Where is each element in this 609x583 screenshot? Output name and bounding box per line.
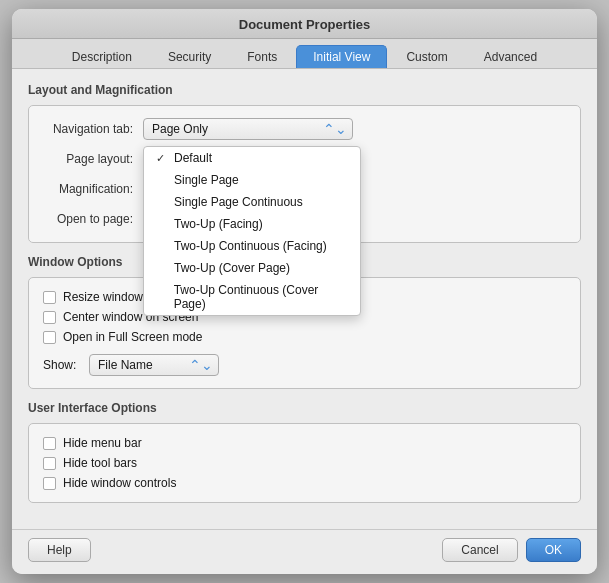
action-buttons: Cancel OK xyxy=(442,538,581,562)
dialog-window: Document Properties Description Security… xyxy=(12,9,597,574)
dropdown-option-two-up-cover[interactable]: Two-Up (Cover Page) xyxy=(144,257,360,279)
resize-window-checkbox[interactable] xyxy=(43,291,56,304)
navigation-tab-select-wrapper: Page Only ⌃⌄ xyxy=(143,118,353,140)
navigation-tab-label: Navigation tab: xyxy=(43,122,143,136)
hide-window-controls-checkbox[interactable] xyxy=(43,477,56,490)
show-select-wrapper: File Name ⌃⌄ xyxy=(89,354,219,376)
layout-section-title: Layout and Magnification xyxy=(28,83,581,97)
full-screen-label: Open in Full Screen mode xyxy=(63,330,202,344)
tab-custom[interactable]: Custom xyxy=(389,45,464,68)
navigation-tab-select[interactable]: Page Only xyxy=(143,118,353,140)
layout-section: Navigation tab: Page Only ⌃⌄ Page layout… xyxy=(28,105,581,243)
ok-button[interactable]: OK xyxy=(526,538,581,562)
hide-toolbars-checkbox[interactable] xyxy=(43,457,56,470)
open-to-page-label: Open to page: xyxy=(43,212,143,226)
full-screen-checkbox[interactable] xyxy=(43,331,56,344)
tab-bar: Description Security Fonts Initial View … xyxy=(12,39,597,69)
page-layout-label: Page layout: xyxy=(43,152,143,166)
ui-section-title: User Interface Options xyxy=(28,401,581,415)
main-content: Layout and Magnification Navigation tab:… xyxy=(12,69,597,529)
show-select[interactable]: File Name xyxy=(89,354,219,376)
dropdown-option-single-page-continuous[interactable]: Single Page Continuous xyxy=(144,191,360,213)
bottom-bar: Help Cancel OK xyxy=(12,529,597,574)
hide-toolbars-row: Hide tool bars xyxy=(43,456,566,470)
hide-menu-label: Hide menu bar xyxy=(63,436,142,450)
tab-fonts[interactable]: Fonts xyxy=(230,45,294,68)
hide-menu-row: Hide menu bar xyxy=(43,436,566,450)
tab-security[interactable]: Security xyxy=(151,45,228,68)
hide-menu-checkbox[interactable] xyxy=(43,437,56,450)
dropdown-option-two-up-continuous-cover[interactable]: Two-Up Continuous (Cover Page) xyxy=(144,279,360,315)
tab-description[interactable]: Description xyxy=(55,45,149,68)
dropdown-option-single-page[interactable]: Single Page xyxy=(144,169,360,191)
titlebar: Document Properties xyxy=(12,9,597,39)
navigation-tab-row: Navigation tab: Page Only ⌃⌄ xyxy=(43,118,566,140)
dropdown-option-default[interactable]: ✓ Default xyxy=(144,147,360,169)
tab-initial-view[interactable]: Initial View xyxy=(296,45,387,68)
page-layout-dropdown: ✓ Default Single Page Single Page Contin… xyxy=(143,146,361,316)
tab-advanced[interactable]: Advanced xyxy=(467,45,554,68)
hide-window-controls-row: Hide window controls xyxy=(43,476,566,490)
dropdown-option-two-up-facing[interactable]: Two-Up (Facing) xyxy=(144,213,360,235)
page-layout-row: Page layout: Default ⌃⌄ ✓ Default Si xyxy=(43,148,566,170)
cancel-button[interactable]: Cancel xyxy=(442,538,517,562)
dialog-title: Document Properties xyxy=(239,17,370,32)
ui-section: Hide menu bar Hide tool bars Hide window… xyxy=(28,423,581,503)
show-label: Show: xyxy=(43,358,81,372)
center-window-checkbox[interactable] xyxy=(43,311,56,324)
full-screen-row: Open in Full Screen mode xyxy=(43,330,566,344)
dropdown-option-two-up-continuous-facing[interactable]: Two-Up Continuous (Facing) xyxy=(144,235,360,257)
checkmark-icon: ✓ xyxy=(156,152,168,165)
show-row: Show: File Name ⌃⌄ xyxy=(43,354,566,376)
help-button[interactable]: Help xyxy=(28,538,91,562)
magnification-label: Magnification: xyxy=(43,182,143,196)
hide-window-controls-label: Hide window controls xyxy=(63,476,176,490)
hide-toolbars-label: Hide tool bars xyxy=(63,456,137,470)
